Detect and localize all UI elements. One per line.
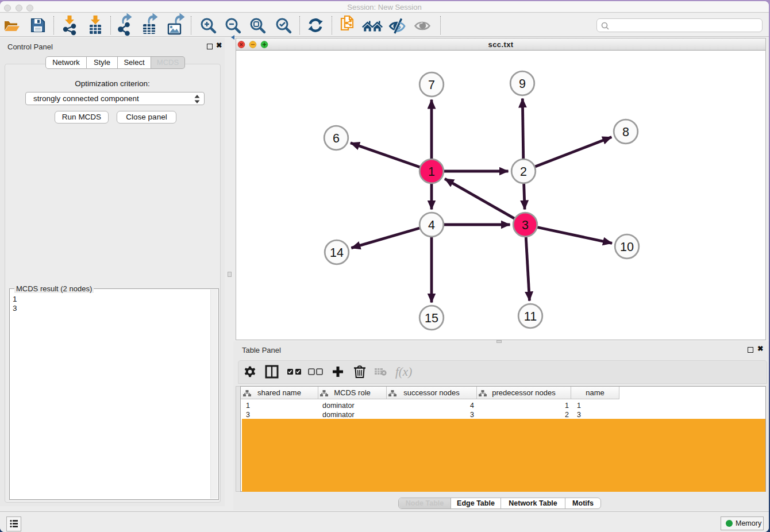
- svg-text:11: 11: [524, 310, 537, 323]
- svg-text:2: 2: [520, 165, 527, 179]
- svg-text:15: 15: [425, 311, 438, 325]
- svg-text:7: 7: [428, 78, 435, 92]
- svg-text:f(x): f(x): [395, 365, 412, 379]
- svg-text:9: 9: [519, 77, 526, 91]
- svg-text:6: 6: [333, 132, 340, 145]
- svg-text:3: 3: [522, 218, 529, 232]
- svg-text:4: 4: [428, 218, 435, 232]
- svg-text:10: 10: [620, 240, 634, 254]
- svg-text:14: 14: [330, 246, 344, 260]
- svg-text:8: 8: [622, 125, 629, 139]
- svg-text:1: 1: [428, 165, 435, 179]
